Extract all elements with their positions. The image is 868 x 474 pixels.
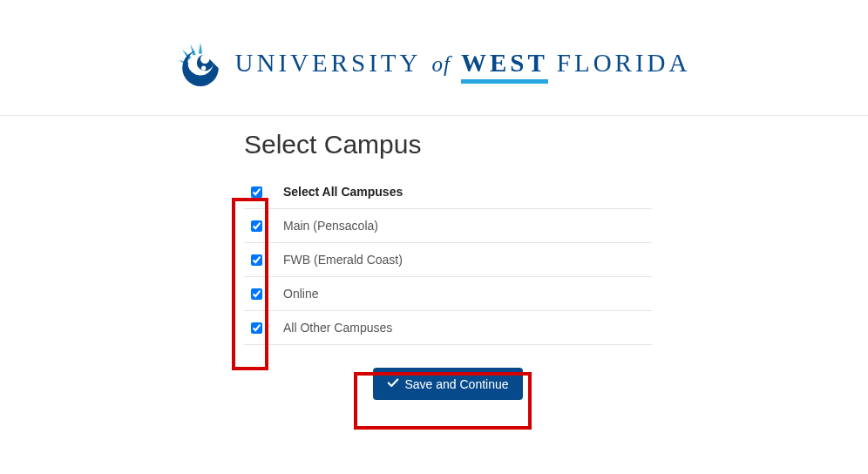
check-icon (387, 376, 399, 391)
brand-wordmark: UNIVERSITY of WEST FLORIDA (235, 49, 691, 84)
campus-row: Online (244, 277, 652, 311)
campus-label: Online (283, 287, 318, 301)
campus-row: Main (Pensacola) (244, 209, 652, 243)
campus-label: All Other Campuses (283, 321, 392, 335)
action-row: Save and Continue (244, 368, 652, 400)
select-all-label: Select All Campuses (283, 185, 403, 199)
nautilus-icon (178, 42, 223, 91)
campus-label: Main (Pensacola) (283, 219, 378, 233)
page-header: UNIVERSITY of WEST FLORIDA (0, 0, 868, 116)
brand-logo: UNIVERSITY of WEST FLORIDA (178, 42, 691, 91)
campus-label: FWB (Emerald Coast) (283, 253, 403, 267)
select-all-checkbox[interactable] (251, 186, 262, 198)
page-title: Select Campus (244, 130, 652, 159)
campus-checkbox-other[interactable] (251, 322, 262, 334)
campus-row: All Other Campuses (244, 311, 652, 345)
select-all-row: Select All Campuses (244, 175, 652, 209)
save-and-continue-button[interactable]: Save and Continue (373, 368, 522, 400)
save-button-label: Save and Continue (404, 377, 508, 391)
campus-checkbox-fwb[interactable] (251, 254, 262, 266)
main-content: Select Campus Select All Campuses Main (… (216, 130, 652, 400)
svg-point-0 (201, 66, 206, 71)
brand-word-west: WEST (461, 49, 548, 84)
brand-word-university: UNIVERSITY (235, 49, 422, 78)
campus-list: Select All Campuses Main (Pensacola) FWB… (244, 175, 652, 345)
brand-word-of: of (431, 52, 452, 77)
brand-word-florida: FLORIDA (557, 49, 691, 78)
campus-checkbox-main[interactable] (251, 220, 262, 232)
campus-checkbox-online[interactable] (251, 288, 262, 300)
campus-row: FWB (Emerald Coast) (244, 243, 652, 277)
